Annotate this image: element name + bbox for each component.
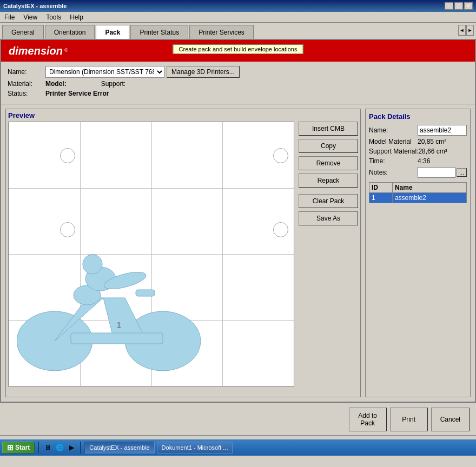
minimize-button[interactable]: − — [445, 2, 453, 10]
material-label: Material: — [8, 80, 32, 88]
quick-launch: 🖥 🌐 ▶ — [42, 442, 77, 453]
tab-pack[interactable]: Pack — [96, 25, 129, 39]
form-area: Name: Dimension (Dimension SST/SST 768) … — [1, 62, 475, 104]
preview-panel: Preview — [5, 109, 361, 397]
window-controls: − □ ✕ — [445, 2, 473, 10]
tab-printer-status[interactable]: Printer Status — [130, 25, 188, 39]
remove-button[interactable]: Remove — [299, 156, 358, 170]
start-button[interactable]: ⊞ Start — [2, 442, 35, 453]
taskbar-separator — [38, 442, 39, 453]
circle-marker — [273, 148, 288, 163]
window-title: CatalystEX - assemble — [3, 3, 67, 9]
item-id: 1 — [369, 193, 393, 203]
svg-point-6 — [83, 255, 102, 274]
name-row: Name: Dimension (Dimension SST/SST 768) … — [8, 66, 468, 78]
notes-input[interactable] — [418, 167, 455, 178]
status-label: Status: — [8, 90, 45, 97]
table-header-name: Name — [392, 183, 466, 193]
tab-printer-services[interactable]: Printer Services — [189, 25, 254, 39]
cancel-button[interactable]: Cancel — [431, 408, 470, 431]
insert-cmb-button[interactable]: Insert CMB — [299, 122, 358, 136]
model-material-value: 20,85 cm³ — [418, 138, 446, 145]
canvas-wrap: 1 Insert CMB Copy Remove Repack — [8, 122, 358, 386]
table-row[interactable]: 1 assemble2 — [369, 193, 467, 203]
taskbar-separator — [80, 442, 81, 453]
material-row: Material: Model: Support: — [8, 80, 468, 88]
bottom-bar: Add toPack Print Cancel — [0, 403, 476, 435]
repack-button[interactable]: Repack — [299, 174, 358, 188]
support-material-row: Support Material: 28,66 cm³ — [369, 148, 467, 155]
tab-nav-left[interactable]: ◄ — [458, 25, 466, 36]
tooltip-banner: Create pack and set build envelope locat… — [173, 44, 303, 54]
tab-nav-right[interactable]: ► — [466, 25, 474, 36]
menu-tools[interactable]: Tools — [44, 13, 63, 22]
circle-marker — [60, 222, 75, 237]
pack-name-input[interactable] — [418, 125, 467, 136]
bike-shape: 1 — [17, 249, 206, 375]
model-label: Model: — [45, 80, 67, 88]
tab-orientation[interactable]: Orientation — [45, 25, 95, 39]
table-header-id: ID — [369, 183, 393, 193]
menu-help[interactable]: Help — [68, 13, 85, 22]
copy-button[interactable]: Copy — [299, 139, 358, 153]
support-material-label: Support Material: — [369, 148, 418, 155]
taskbar-word[interactable]: Dokument1 - Microsoft ... — [157, 442, 233, 453]
status-value: Printer Service Error — [45, 90, 109, 97]
time-label: Time: — [369, 157, 418, 165]
item-name: assemble2 — [392, 193, 466, 203]
preview-canvas[interactable]: 1 — [8, 122, 294, 386]
main-content: dimension ® Create pack and set build en… — [0, 39, 476, 403]
close-button[interactable]: ✕ — [464, 2, 473, 10]
pack-details-title: Pack Details — [369, 112, 467, 121]
notes-label: Notes: — [369, 169, 418, 176]
items-table: ID Name 1 assemble2 — [369, 182, 467, 203]
name-input-group: Dimension (Dimension SST/SST 768) Manage… — [45, 66, 240, 78]
tab-nav: ◄ ► — [458, 25, 474, 36]
print-button[interactable]: Print — [390, 408, 428, 431]
pack-name-label: Name: — [369, 126, 418, 134]
status-row: Status: Printer Service Error — [8, 90, 468, 97]
menu-bar: File View Tools Help — [0, 12, 476, 23]
menu-file[interactable]: File — [2, 13, 17, 22]
pack-name-row: Name: — [369, 125, 467, 136]
support-material-value: 28,66 cm³ — [418, 148, 447, 155]
manage-printers-button[interactable]: Manage 3D Printers... — [167, 66, 240, 78]
circle-marker — [273, 222, 288, 237]
svg-rect-9 — [71, 333, 163, 344]
add-to-pack-button[interactable]: Add toPack — [349, 408, 387, 431]
name-label: Name: — [8, 68, 45, 76]
media-icon[interactable]: ▶ — [66, 442, 77, 453]
show-desktop-icon[interactable]: 🖥 — [42, 442, 53, 453]
menu-view[interactable]: View — [21, 13, 39, 22]
printer-name-select[interactable]: Dimension (Dimension SST/SST 768) — [45, 66, 164, 78]
ie-icon[interactable]: 🌐 — [54, 442, 65, 453]
circle-marker — [60, 148, 75, 163]
action-buttons: Insert CMB Copy Remove Repack Clear Pack… — [299, 122, 358, 225]
content-area: Preview — [1, 104, 475, 402]
taskbar-catalyst[interactable]: CatalystEX - assemble — [84, 442, 154, 453]
grid-line — [9, 188, 294, 189]
svg-text:1: 1 — [117, 321, 121, 329]
preview-title: Preview — [8, 111, 358, 119]
save-as-button[interactable]: Save As — [299, 211, 358, 225]
logo: dimension ® — [5, 44, 71, 58]
taskbar: ⊞ Start 🖥 🌐 ▶ CatalystEX - assemble Doku… — [0, 439, 476, 456]
time-value: 4:36 — [418, 157, 430, 165]
notes-button[interactable]: ... — [457, 168, 467, 177]
model-material-row: Model Material 20,85 cm³ — [369, 138, 467, 145]
clear-pack-button[interactable]: Clear Pack — [299, 194, 358, 208]
model-material-label: Model Material — [369, 138, 418, 145]
support-label: Support: — [101, 80, 125, 88]
maximize-button[interactable]: □ — [454, 2, 463, 10]
svg-rect-4 — [136, 290, 155, 296]
tabs-container: General Orientation Pack Printer Status … — [0, 23, 476, 39]
notes-row: Notes: ... — [369, 167, 467, 178]
time-row: Time: 4:36 — [369, 157, 467, 165]
title-bar: CatalystEX - assemble − □ ✕ — [0, 0, 476, 12]
pack-details-panel: Pack Details Name: Model Material 20,85 … — [365, 109, 471, 397]
tab-general[interactable]: General — [2, 25, 44, 39]
